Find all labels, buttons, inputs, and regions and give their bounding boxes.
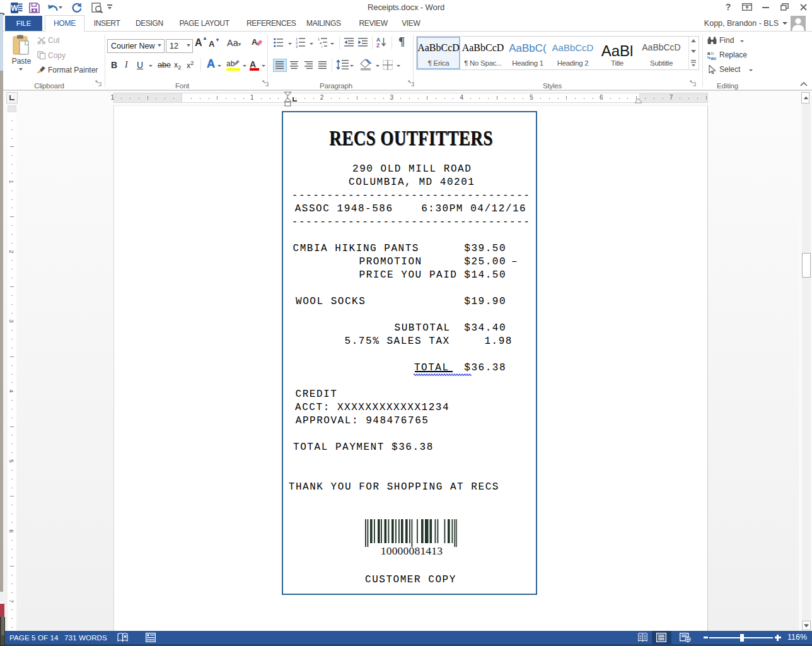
svg-text:W: W <box>11 4 18 13</box>
svg-text:i: i <box>322 45 322 48</box>
svg-text:Z: Z <box>376 42 380 48</box>
svg-text:ac: ac <box>711 56 717 60</box>
svg-text:a: a <box>707 50 710 56</box>
svg-text:A: A <box>252 37 258 47</box>
svg-text:3: 3 <box>296 45 298 48</box>
